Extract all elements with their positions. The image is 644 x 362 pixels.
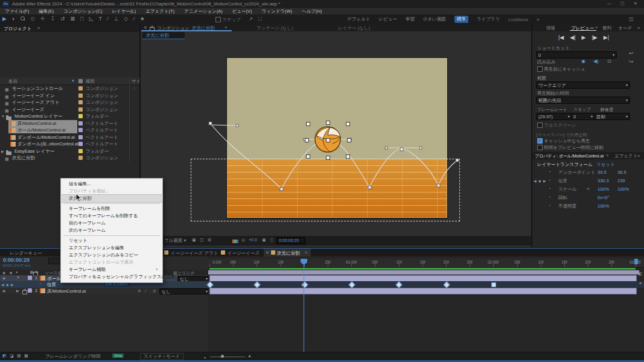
project-row[interactable]: ▦ イージーイーズ イン コンポジション bbox=[0, 92, 139, 99]
dolly-tool-icon[interactable]: ↧ bbox=[50, 16, 55, 22]
zoom-in-icon[interactable]: ▲ bbox=[247, 354, 252, 358]
menu-effect[interactable]: エフェクト(T) bbox=[145, 8, 174, 14]
skip-select[interactable]: 0▾ bbox=[571, 113, 595, 120]
selection-handle[interactable] bbox=[306, 122, 310, 126]
label-chip[interactable] bbox=[78, 121, 83, 125]
viewer-time-display[interactable]: 0:00:00:20 bbox=[276, 237, 305, 244]
stopwatch-icon-active[interactable]: ◔ bbox=[39, 282, 41, 286]
property-keyframe-track[interactable] bbox=[208, 281, 644, 288]
menu-view[interactable]: ビュー(V) bbox=[232, 8, 252, 14]
resolution-select[interactable]: 自動▾ bbox=[594, 113, 630, 120]
tab-info[interactable]: 情報 bbox=[546, 25, 555, 31]
tab-overflow-icon[interactable]: » bbox=[637, 25, 640, 31]
project-row-selected[interactable]: ボール/MotionControl.ai ベクトルアート bbox=[0, 127, 139, 133]
stopwatch-icon[interactable]: ◔ bbox=[548, 170, 550, 174]
project-row[interactable]: ▦ イージーイーズ アウト コンポジション bbox=[0, 99, 139, 106]
eye-icon[interactable]: ◉ bbox=[2, 276, 5, 280]
close-tab-icon[interactable]: ✕ bbox=[144, 25, 147, 30]
link-dimensions-icon[interactable]: ∞ bbox=[587, 186, 590, 191]
menu-file[interactable]: ファイル(F) bbox=[5, 8, 29, 14]
panel-menu-icon[interactable]: ≡ bbox=[606, 153, 608, 157]
tab-active-comp[interactable]: ✕ 次元に分割 ≡ bbox=[264, 249, 311, 257]
rotation-tool-icon[interactable]: ↺ bbox=[60, 16, 65, 22]
property-value[interactable]: 100% bbox=[598, 186, 609, 192]
selection-handle[interactable] bbox=[346, 122, 350, 126]
shape-tool-icon[interactable]: □ bbox=[80, 16, 83, 22]
selection-tool-icon[interactable]: ▶ bbox=[2, 16, 7, 22]
zoom-out-icon[interactable]: ▴ bbox=[204, 355, 206, 359]
project-row[interactable]: ダンボール/MotionControl.ai ベクトルアート bbox=[0, 134, 139, 141]
menu-item-edit-value[interactable]: 値を編集... bbox=[61, 180, 162, 188]
graph-editor-icon[interactable]: ✦ bbox=[639, 281, 642, 286]
tab-project[interactable]: プロジェクト bbox=[4, 26, 31, 32]
label-chip[interactable] bbox=[78, 135, 83, 139]
hold-keyframe[interactable] bbox=[491, 282, 496, 287]
work-area-bar[interactable] bbox=[208, 270, 639, 275]
menu-item-remove-all-keyframes[interactable]: すべてのキーフレームを削除する bbox=[61, 212, 162, 220]
previous-frame-button[interactable]: ◀| bbox=[570, 34, 575, 40]
tab-properties[interactable]: プロパティ: ボール/MotionControl.ai bbox=[535, 153, 606, 159]
keyframe-at-time-icon[interactable]: ◆ bbox=[538, 179, 541, 183]
shortcut-select[interactable]: 0▾ bbox=[536, 51, 617, 59]
property-value[interactable]: 0x+0° bbox=[598, 195, 609, 200]
last-frame-button[interactable]: ▶| bbox=[604, 34, 609, 40]
project-row[interactable]: ▦ 次元に分割 コンポジション bbox=[0, 154, 139, 161]
include-overlays-icon[interactable]: ⊡ bbox=[607, 59, 611, 64]
resolution-gear-icon[interactable]: ◎ bbox=[241, 238, 245, 243]
mask-visibility-icon[interactable]: ⊞ bbox=[208, 238, 211, 243]
prev-keyframe-icon[interactable]: ◀ bbox=[1, 282, 4, 287]
region-of-interest-icon[interactable]: ▣ bbox=[192, 238, 196, 243]
menu-item-add-to-essential-graphics[interactable]: プロパティをエッセンシャルグラフィックスに追加 bbox=[61, 273, 162, 281]
label-chip[interactable] bbox=[78, 86, 83, 91]
eraser-tool-icon[interactable]: ◇ bbox=[124, 16, 128, 22]
panel-menu-icon[interactable]: ≡ bbox=[595, 25, 598, 30]
parent-select[interactable]: なし▾ bbox=[159, 288, 210, 294]
column-type[interactable]: 種類 bbox=[86, 78, 95, 84]
menu-item-keyframe-assistant[interactable]: キーフレーム補助› bbox=[61, 266, 162, 273]
transform-section-label[interactable]: レイヤートランスフォーム bbox=[537, 162, 593, 168]
selection-handle[interactable] bbox=[326, 156, 330, 160]
label-chip[interactable] bbox=[78, 156, 83, 160]
lock-icon[interactable] bbox=[22, 290, 27, 294]
fullscreen-toggle-icon[interactable]: ⛶ bbox=[258, 16, 262, 22]
workspace-review[interactable]: レビュー bbox=[378, 16, 397, 22]
menu-layer[interactable]: レイヤー(L) bbox=[112, 8, 136, 14]
include-audio-speaker-icon[interactable]: ◀) bbox=[593, 59, 599, 64]
playhead-line[interactable] bbox=[304, 259, 304, 352]
column-size[interactable]: サイ bbox=[132, 78, 141, 84]
menu-item-edit-expression[interactable]: エクスプレッションを編集 bbox=[61, 244, 162, 252]
layer-color-chip[interactable] bbox=[28, 276, 32, 280]
menu-window[interactable]: ウィンドウ(W) bbox=[262, 8, 292, 14]
layer-row[interactable]: ◉ ▶ 2 床/MotionControl.ai ⊘ ∕ ◎ なし▾ bbox=[0, 288, 208, 294]
timeline-right-gutter-icon[interactable]: ◧ bbox=[639, 272, 643, 276]
workspace-small-screen[interactable]: 小さい画面 bbox=[423, 16, 446, 22]
label-column-icon[interactable] bbox=[78, 79, 83, 83]
tab-align[interactable]: 整列 bbox=[602, 25, 611, 31]
label-chip[interactable] bbox=[78, 149, 83, 153]
framerate-select[interactable]: (29.97)▾ bbox=[536, 113, 572, 120]
project-row[interactable]: ▶ EasyEase レイヤー フォルダー bbox=[0, 148, 139, 154]
project-row[interactable]: ▼ MotionControl レイヤー フォルダー bbox=[0, 113, 139, 119]
zoom-tool-icon[interactable] bbox=[21, 16, 25, 22]
tab-footage[interactable]: フッテージ (なし) bbox=[257, 25, 293, 31]
close-button[interactable]: ✕ bbox=[634, 1, 637, 6]
exposure-value[interactable]: +0.0 bbox=[249, 238, 257, 242]
property-value[interactable]: 239 bbox=[617, 178, 625, 183]
property-value[interactable]: 39.5 bbox=[598, 170, 607, 175]
workspace-libraries[interactable]: ライブラリ bbox=[477, 16, 500, 22]
workspace-standard[interactable]: 標準 bbox=[454, 16, 468, 23]
grid-icon[interactable]: ▦ bbox=[24, 354, 28, 358]
tab-layer[interactable]: レイヤー (なし) bbox=[338, 25, 370, 31]
tab-easyease-out[interactable]: イージーイーズ アウト bbox=[171, 250, 218, 256]
eye-icon[interactable]: ◉ bbox=[2, 288, 5, 293]
label-chip[interactable] bbox=[78, 107, 83, 112]
comp-viewer-tab[interactable]: 次元に分割 bbox=[142, 32, 185, 39]
label-chip[interactable] bbox=[78, 128, 83, 132]
project-row[interactable]: ダンボール(前..otionControl.ai ベクトルアート bbox=[0, 141, 139, 147]
current-time-display[interactable]: 0:00:00:20 bbox=[3, 257, 30, 263]
tab-effects[interactable]: エフェクト bbox=[614, 153, 637, 159]
include-video-eye-icon[interactable]: ◉ bbox=[581, 59, 585, 64]
reset-preview-icon[interactable]: ↩ bbox=[629, 50, 634, 56]
label-chip[interactable] bbox=[78, 114, 83, 118]
column-name[interactable]: 名前 bbox=[8, 78, 18, 84]
